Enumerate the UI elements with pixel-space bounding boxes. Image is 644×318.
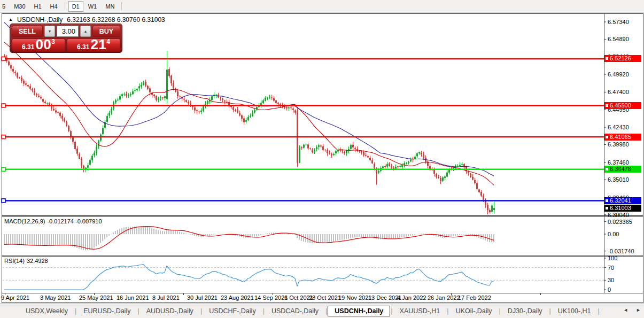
date-axis-label: 17 Feb 2022 [458,294,491,301]
tab-usdcnh-daily[interactable]: USDCNH-,Daily [328,306,390,316]
macd-axis-tick: 0.023365 [608,219,632,225]
buy-price-main: 21 [90,38,106,51]
rsi-value: 32.4928 [27,258,48,264]
panel-borders [2,14,643,303]
timeframe-button-mn[interactable]: MN [102,1,118,12]
buy-price-button[interactable]: 6.31 21 4 [67,38,120,52]
timeframe-button-5[interactable]: 5 [0,1,9,12]
price-axis-tick: 6.39980 [608,141,629,148]
tab-audusd-daily[interactable]: AUDUSD-,Daily [140,306,200,316]
rsi-label: RSI(14)32.4928 [4,258,50,264]
date-axis-label: 25 May 2021 [79,294,113,301]
price-level-tag: 6.41065 [604,134,641,141]
tab-ukoil-daily[interactable]: UKOil-,Daily [449,306,499,316]
tab-eurusd-daily[interactable]: EURUSD-,Daily [77,306,137,316]
chart-title: ▲ USDCNH-,Daily 6.32163 6.32268 6.30760 … [9,16,165,24]
rsi-axis-tick: 100 [608,255,617,261]
price-level-tag: 6.45500 [604,102,641,109]
symbol-title: USDCNH-,Daily [17,16,63,24]
price-axis-tick: 6.49920 [608,71,629,77]
tab-dj30-daily[interactable]: DJ30-,Daily [501,306,549,316]
volume-input[interactable] [57,26,79,37]
tab-scroll-arrows: ◄ ► [623,307,641,313]
date-axis-label: 26 Jan 2022 [428,294,460,301]
macd-histogram-group [4,226,494,251]
sell-button[interactable]: SELL [12,26,43,37]
price-axis-tick: 6.47400 [608,89,629,95]
tab-separator: | [598,307,600,315]
toolbar-separator [65,2,65,10]
tab-uk100-h1[interactable]: UK100-,H1 [552,306,598,316]
collapse-icon[interactable]: ▲ [9,17,13,22]
ohlc-values: 6.32163 6.32268 6.30760 6.31003 [67,16,165,24]
date-axis-label: 14 Sep 2021 [254,294,288,301]
date-axis-label: 23 Aug 2021 [221,294,254,301]
date-axis-label: 16 Jun 2021 [117,294,149,301]
volume-increase-button[interactable]: ▲ [80,26,91,37]
timeframe-button-m30[interactable]: M30 [10,1,29,12]
buy-price-prefix: 6.31 [77,43,89,51]
one-click-trading-panel: SELL ▼ ▲ BUY 6.31 00 3 6.31 21 4 [10,24,122,53]
tab-usdcad-daily[interactable]: USDCAD-,Daily [265,306,325,316]
tab-usdchf-daily[interactable]: USDCHF-,Daily [203,306,262,316]
macd-axis-tick: 0.00 [608,231,619,237]
sell-price-button[interactable]: 6.31 00 3 [12,38,65,52]
date-axis-label: 19 Nov 2021 [338,294,371,301]
toolbar-separator [121,2,122,10]
date-axis-label: 8 Jul 2021 [152,294,180,301]
volume-decrease-button[interactable]: ▼ [44,26,55,37]
date-axis-label: 9 Apr 2021 [1,294,29,301]
price-level-tag: 6.52126 [604,55,641,62]
date-axis-label: 4 Jan 2022 [397,294,426,301]
tab-xauusd-h1[interactable]: XAUUSD-,H1 [393,306,447,316]
macd-axis-tick: -0.031740 [608,248,634,254]
price-axis-tick: 6.57340 [608,19,629,25]
date-axis-label: 30 Jul 2021 [187,294,218,301]
rsi-line-group [3,265,604,290]
buy-price-pip: 4 [106,39,110,45]
price-axis-tick: 6.37460 [608,159,629,166]
timeframe-button-w1[interactable]: W1 [84,1,101,12]
price-axis-tick: 6.54890 [608,36,629,42]
timeframe-button-d1[interactable]: D1 [68,1,83,12]
rsi-axis-tick: 0 [608,286,611,293]
trade-panel-top-row: SELL ▼ ▲ BUY [12,26,120,37]
price-axis-tick: 6.35010 [608,176,629,183]
macd-name: MACD(12,26,9) [4,218,45,224]
rsi-axis-tick: 70 [608,265,614,271]
tab-scroll-left-icon[interactable]: ◄ [623,307,628,313]
trade-panel-price-row: 6.31 00 3 6.31 21 4 [12,38,120,52]
timeframe-toolbar: 5M30H1H4D1W1MN [0,0,644,13]
sell-price-pip: 3 [51,39,55,45]
mt4-window: 5M30H1H4D1W1MN ▲ USDCNH-,Daily 6.32163 6… [0,0,644,318]
rsi-name: RSI(14) [4,258,25,264]
price-level-lines[interactable] [2,57,604,203]
tab-scroll-right-icon[interactable]: ► [636,307,641,313]
date-axis-label: 3 May 2021 [40,294,71,301]
candles-group [4,51,495,214]
macd-label: MACD(12,26,9)-0.012174 -0.007910 [4,218,104,224]
price-level-tag: 6.32041 [604,197,641,204]
price-axis-tick: 6.30040 [608,212,629,218]
date-axis-label: 28 Oct 2021 [309,294,341,301]
sell-price-main: 00 [35,38,51,51]
rsi-axis-tick: 30 [608,277,614,283]
timeframe-button-h4[interactable]: H4 [46,1,61,12]
chart-tabs-bar: USDX,Weekly|EURUSD-,Daily|AUDUSD-,Daily|… [0,304,644,318]
tab-usdx-weekly[interactable]: USDX,Weekly [19,306,74,316]
timeframe-button-h1[interactable]: H1 [30,1,45,12]
buy-button[interactable]: BUY [92,26,120,37]
price-level-tag: 6.36476 [604,166,641,173]
sell-price-prefix: 6.31 [22,43,34,51]
price-axis-tick: 6.42430 [608,124,629,130]
current-price-tag: 6.31003 [604,205,641,212]
macd-values: -0.012174 -0.007910 [47,218,102,224]
